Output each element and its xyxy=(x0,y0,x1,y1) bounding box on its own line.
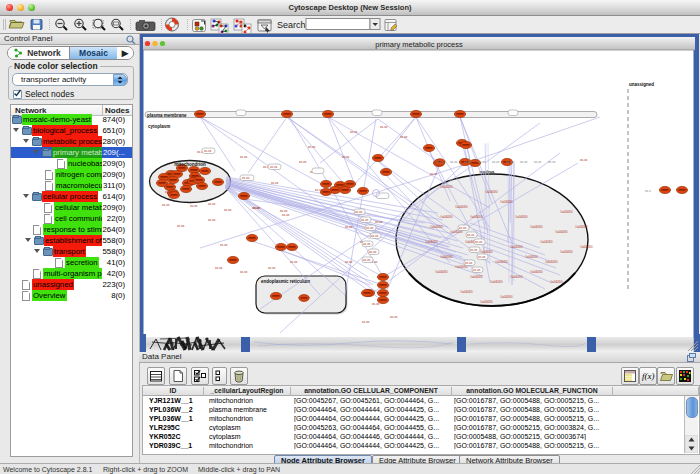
svg-text:xx-xx: xx-xx xyxy=(390,315,398,319)
svg-text:xx-xx: xx-xx xyxy=(375,220,383,224)
svg-text:xx-xx: xx-xx xyxy=(215,266,223,270)
svg-text:f(x): f(x) xyxy=(642,371,655,381)
svg-text:xx-xx: xx-xx xyxy=(478,255,486,259)
svg-text:xx-xx: xx-xx xyxy=(371,234,379,238)
svg-text:mitochondrion: mitochondrion xyxy=(174,162,206,167)
svg-text:#a04030: #a04030 xyxy=(575,225,588,229)
svg-text:xx-xx: xx-xx xyxy=(342,155,350,159)
svg-text:#a04030: #a04030 xyxy=(480,300,493,304)
svg-text:#a04030: #a04030 xyxy=(480,250,493,254)
svg-text:#a04030: #a04030 xyxy=(530,225,543,229)
svg-text:xx-xx: xx-xx xyxy=(361,218,369,222)
svg-text:plasma membrane: plasma membrane xyxy=(147,113,187,118)
svg-text:#a04030: #a04030 xyxy=(540,240,553,244)
svg-text:#a04030: #a04030 xyxy=(545,260,558,264)
svg-text:xx-xx: xx-xx xyxy=(580,158,588,162)
svg-text:xx-xx: xx-xx xyxy=(473,268,481,272)
svg-text:#a04030: #a04030 xyxy=(430,225,443,229)
svg-text:#a04030: #a04030 xyxy=(555,230,568,234)
svg-text:xx-xx: xx-xx xyxy=(208,202,216,206)
svg-text:unassigned: unassigned xyxy=(629,82,654,87)
svg-text:xx-xx: xx-xx xyxy=(268,266,276,270)
svg-text:xx-xx: xx-xx xyxy=(208,218,216,222)
svg-text:#a04030: #a04030 xyxy=(560,210,573,214)
svg-text:xx-xx: xx-xx xyxy=(355,210,363,214)
svg-text:xx-xx: xx-xx xyxy=(475,240,483,244)
svg-text:xx-xx: xx-xx xyxy=(242,176,250,180)
svg-text:#a04030: #a04030 xyxy=(440,185,453,189)
svg-text:xx-xx: xx-xx xyxy=(345,260,353,264)
svg-text:xx-xx: xx-xx xyxy=(308,145,316,149)
svg-text:xx-xx: xx-xx xyxy=(380,125,388,129)
svg-text:#a04030: #a04030 xyxy=(510,275,523,279)
svg-text:xx-xx: xx-xx xyxy=(271,181,279,185)
svg-text:#a04030: #a04030 xyxy=(515,215,528,219)
svg-text:#a04030: #a04030 xyxy=(435,270,448,274)
svg-text:xx-xx: xx-xx xyxy=(464,160,472,164)
svg-text:xx-xx: xx-xx xyxy=(430,172,438,176)
svg-text:#a04030: #a04030 xyxy=(510,245,523,249)
svg-text:xx-xx: xx-xx xyxy=(220,243,228,247)
svg-text:xx-xx: xx-xx xyxy=(282,213,290,217)
svg-text:#a04030: #a04030 xyxy=(530,270,543,274)
svg-text:xx-xx: xx-xx xyxy=(436,160,444,164)
svg-text:xx-xx: xx-xx xyxy=(534,160,542,164)
svg-text:xx-xx: xx-xx xyxy=(290,260,298,264)
svg-text:#a04030: #a04030 xyxy=(440,215,453,219)
svg-text:xx-xx: xx-xx xyxy=(363,258,371,262)
svg-text:xx-xx: xx-xx xyxy=(240,270,248,274)
svg-text:xx-xx: xx-xx xyxy=(363,242,371,246)
svg-text:xx-xx: xx-xx xyxy=(299,160,307,164)
svg-text:xx-xx: xx-xx xyxy=(362,320,370,324)
svg-text:xx-xx: xx-xx xyxy=(190,204,198,208)
svg-text:#a04030: #a04030 xyxy=(485,190,498,194)
svg-text:xx-xx: xx-xx xyxy=(350,130,358,134)
svg-text:xx-xx: xx-xx xyxy=(506,160,514,164)
svg-text:#a04030: #a04030 xyxy=(560,250,573,254)
svg-text:xx-xx: xx-xx xyxy=(165,190,173,194)
svg-text:xx-xx: xx-xx xyxy=(400,135,408,139)
svg-text:xx-xx: xx-xx xyxy=(478,160,486,164)
svg-text:xx-xx: xx-xx xyxy=(492,160,500,164)
svg-text:#a04030: #a04030 xyxy=(470,275,483,279)
svg-text:xx-xx: xx-xx xyxy=(467,233,475,237)
svg-text:xx-xx: xx-xx xyxy=(270,165,278,169)
svg-text:xx-xx: xx-xx xyxy=(520,160,528,164)
svg-text:xx-xx: xx-xx xyxy=(240,155,248,159)
svg-text:#a04030: #a04030 xyxy=(495,260,508,264)
svg-text:#a04030: #a04030 xyxy=(490,280,503,284)
svg-text:xx-xx: xx-xx xyxy=(372,302,380,306)
svg-text:xx-xx: xx-xx xyxy=(369,250,377,254)
svg-text:xx-xx: xx-xx xyxy=(459,226,467,230)
svg-text:xx-xx: xx-xx xyxy=(162,203,170,207)
svg-text:#a04030: #a04030 xyxy=(425,240,438,244)
svg-text:xx-xx: xx-xx xyxy=(224,208,232,212)
svg-text:xx-xx: xx-xx xyxy=(450,160,458,164)
svg-text:primary metabolic process: primary metabolic process xyxy=(375,40,463,49)
svg-text:xx-xx: xx-xx xyxy=(345,225,353,229)
svg-text:#a04030: #a04030 xyxy=(550,280,563,284)
svg-text:#a04030: #a04030 xyxy=(500,295,513,299)
svg-text:xx-xx: xx-xx xyxy=(366,226,374,230)
svg-text:xx-xx: xx-xx xyxy=(548,160,556,164)
svg-text:xx-xx: xx-xx xyxy=(204,149,212,153)
svg-text:#a04030: #a04030 xyxy=(525,255,538,259)
svg-text:xx-xx: xx-xx xyxy=(470,248,478,252)
svg-text:#a04030: #a04030 xyxy=(470,215,483,219)
svg-text:xx-xx: xx-xx xyxy=(465,261,473,265)
svg-text:#a04030: #a04030 xyxy=(500,200,513,204)
svg-text:#a04030: #a04030 xyxy=(455,205,468,209)
svg-text:xx-xx: xx-xx xyxy=(253,206,261,210)
svg-text:xx-xx: xx-xx xyxy=(315,188,323,192)
svg-text:xx-x: xx-x xyxy=(645,189,651,193)
svg-text:Search:: Search: xyxy=(277,20,308,30)
svg-text:xx-xx: xx-xx xyxy=(177,224,185,228)
svg-text:#a04030: #a04030 xyxy=(440,255,453,259)
svg-text:#a04030: #a04030 xyxy=(580,245,593,249)
svg-text:#a04030: #a04030 xyxy=(460,290,473,294)
svg-text:cytoplasm: cytoplasm xyxy=(148,124,170,129)
